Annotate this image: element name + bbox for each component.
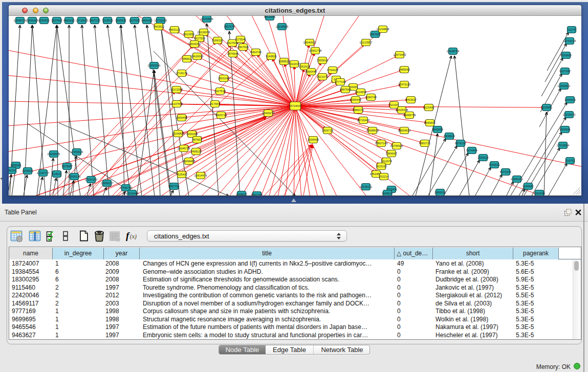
- svg-text:16914479: 16914479: [194, 174, 207, 177]
- svg-text:8322037: 8322037: [289, 62, 300, 65]
- svg-text:6466160: 6466160: [141, 19, 153, 22]
- svg-text:1661755: 1661755: [251, 193, 263, 195]
- svg-text:10543362: 10543362: [188, 42, 201, 46]
- svg-text:14055724: 14055724: [14, 19, 27, 22]
- svg-text:12342737: 12342737: [37, 171, 50, 174]
- svg-text:18807249: 18807249: [375, 142, 388, 145]
- svg-text:114519: 114519: [52, 172, 61, 176]
- svg-text:10654112: 10654112: [511, 178, 523, 181]
- svg-text:9115460: 9115460: [423, 106, 434, 109]
- svg-text:16046738: 16046738: [178, 147, 190, 150]
- svg-text:1569291: 1569291: [559, 128, 571, 131]
- svg-text:62100: 62100: [390, 103, 398, 106]
- svg-text:8912954: 8912954: [183, 33, 194, 36]
- svg-text:12213363: 12213363: [170, 88, 183, 91]
- svg-text:1665493: 1665493: [176, 116, 187, 119]
- svg-text:3975887: 3975887: [61, 165, 73, 168]
- svg-text:6897568: 6897568: [340, 88, 351, 91]
- svg-text:1080748: 1080748: [365, 96, 377, 99]
- svg-text:3826713: 3826713: [322, 129, 333, 132]
- svg-text:39154: 39154: [9, 169, 16, 172]
- svg-text:7857274: 7857274: [224, 25, 235, 28]
- svg-text:6794028: 6794028: [327, 69, 338, 72]
- svg-text:9227342: 9227342: [559, 70, 571, 73]
- svg-text:1327602: 1327602: [129, 19, 140, 22]
- svg-text:12093822: 12093822: [558, 84, 571, 87]
- svg-text:10719155: 10719155: [76, 19, 89, 22]
- svg-text:1588520: 1588520: [278, 60, 290, 63]
- svg-text:17016504: 17016504: [557, 144, 570, 147]
- svg-text:1615152: 1615152: [376, 165, 387, 168]
- svg-text:19300273: 19300273: [262, 112, 275, 115]
- svg-text:2967608: 2967608: [237, 46, 249, 49]
- svg-text:8454749: 8454749: [250, 51, 262, 54]
- svg-text:16154808: 16154808: [377, 28, 389, 31]
- svg-text:16107553: 16107553: [170, 102, 183, 105]
- svg-text:7955812: 7955812: [317, 59, 328, 62]
- svg-text:16210643: 16210643: [563, 113, 576, 116]
- svg-text:20053346: 20053346: [148, 64, 161, 67]
- svg-text:17957255: 17957255: [85, 178, 98, 181]
- svg-text:8186323: 8186323: [212, 39, 223, 42]
- svg-text:20206556: 20206556: [48, 152, 60, 156]
- svg-text:19756928: 19756928: [390, 144, 403, 147]
- svg-text:1244415: 1244415: [564, 98, 576, 101]
- svg-text:18724007: 18724007: [289, 104, 302, 107]
- svg-text:1435359: 1435359: [186, 133, 198, 136]
- svg-text:9245652: 9245652: [522, 185, 534, 188]
- svg-text:3215955: 3215955: [541, 106, 552, 109]
- svg-text:12023448: 12023448: [126, 192, 139, 195]
- svg-text:15720407: 15720407: [357, 119, 370, 122]
- svg-text:887833: 887833: [192, 138, 202, 141]
- svg-text:8699695: 8699695: [424, 121, 435, 124]
- svg-text:1498222: 1498222: [190, 150, 202, 153]
- svg-text:8990448: 8990448: [306, 70, 317, 73]
- svg-text:12505135: 12505135: [68, 175, 81, 178]
- svg-text:1202344: 1202344: [534, 192, 545, 195]
- svg-text:10688609: 10688609: [366, 129, 379, 132]
- svg-text:2450012: 2450012: [434, 191, 446, 194]
- svg-text:7485063: 7485063: [399, 68, 410, 71]
- svg-text:817004: 817004: [210, 102, 220, 105]
- svg-text:7663822: 7663822: [153, 25, 164, 28]
- svg-text:1065532: 1065532: [38, 19, 50, 22]
- svg-text:9463627: 9463627: [405, 98, 417, 101]
- svg-text:6879197: 6879197: [455, 142, 466, 145]
- svg-text:1640954: 1640954: [432, 128, 443, 131]
- svg-text:10025438: 10025438: [396, 108, 408, 112]
- svg-text:2356443: 2356443: [350, 98, 361, 101]
- svg-text:9245612: 9245612: [382, 192, 393, 195]
- svg-text:1612074: 1612074: [381, 160, 392, 163]
- svg-text:16033809: 16033809: [201, 17, 213, 20]
- svg-text:(x): (x): [130, 233, 137, 240]
- svg-text:9474444: 9474444: [466, 149, 477, 152]
- svg-text:10973493: 10973493: [394, 53, 406, 56]
- svg-text:1621072: 1621072: [317, 75, 328, 78]
- svg-text:1175546: 1175546: [235, 38, 246, 41]
- svg-text:8813054: 8813054: [264, 16, 275, 18]
- svg-text:10958107: 10958107: [101, 182, 114, 185]
- svg-text:13751074: 13751074: [563, 39, 576, 42]
- svg-text:23226058: 23226058: [198, 31, 210, 34]
- svg-text:19166825: 19166825: [172, 132, 185, 135]
- svg-text:16782759: 16782759: [120, 186, 133, 189]
- svg-text:10719155: 10719155: [155, 19, 167, 22]
- svg-text:116753: 116753: [565, 159, 575, 162]
- svg-text:6466160: 6466160: [63, 19, 75, 22]
- svg-text:1362615: 1362615: [299, 65, 310, 68]
- svg-text:9777169: 9777169: [335, 80, 346, 83]
- svg-text:23420046: 23420046: [191, 55, 204, 58]
- svg-text:2984067: 2984067: [386, 152, 397, 155]
- svg-text:1667135: 1667135: [89, 19, 100, 22]
- svg-text:18640910: 18640910: [303, 41, 316, 44]
- svg-text:12975115: 12975115: [398, 83, 410, 86]
- svg-text:19218906: 19218906: [276, 25, 289, 28]
- svg-text:3875645: 3875645: [227, 52, 238, 55]
- svg-text:2687682: 2687682: [369, 33, 381, 36]
- svg-text:19654923: 19654923: [398, 129, 411, 132]
- svg-text:7515525: 7515525: [102, 19, 113, 22]
- svg-text:14136141: 14136141: [360, 185, 373, 188]
- svg-text:16099488: 16099488: [183, 160, 195, 163]
- svg-text:11173: 11173: [568, 28, 576, 31]
- svg-text:1856061: 1856061: [10, 164, 21, 167]
